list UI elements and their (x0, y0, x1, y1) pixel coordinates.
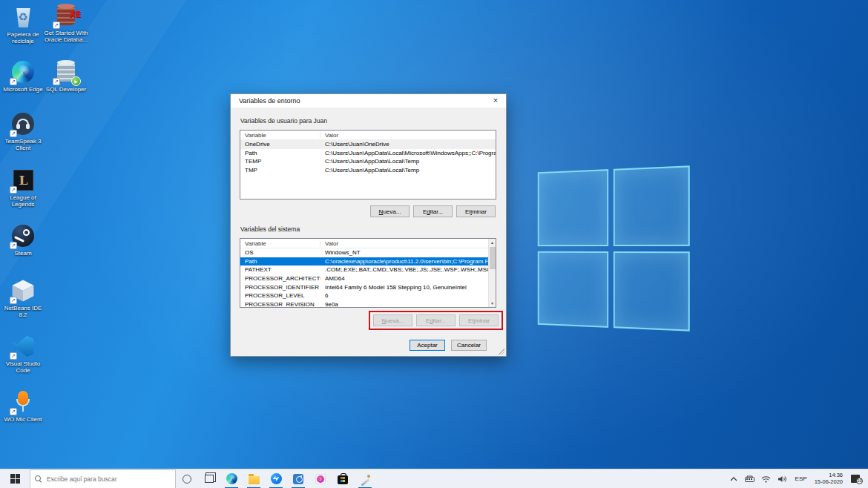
desktop-icon-steam[interactable]: ↗ Steam (0, 223, 46, 257)
shortcut-arrow-icon: ↗ (10, 242, 17, 249)
table-row[interactable]: OS Windows_NT (240, 248, 496, 257)
windows-logo-wallpaper (538, 165, 690, 331)
task-view-button[interactable] (198, 469, 220, 488)
resize-grip[interactable] (499, 349, 504, 355)
desktop-icon-label: WO Mic Client (0, 416, 46, 423)
desktop-icon-label: Microsoft Edge (0, 86, 46, 93)
language-indicator[interactable]: ESP (794, 475, 809, 482)
shortcut-arrow-icon: ↗ (10, 78, 17, 85)
scroll-up-icon[interactable]: ▲ (489, 239, 496, 246)
music-note-icon: ♪ (317, 475, 324, 483)
user-new-button[interactable]: Nueva... (370, 205, 410, 217)
desktop-icon-league-of-legends[interactable]: L ↗ League of Legends (0, 168, 46, 208)
start-button[interactable] (0, 469, 30, 488)
column-header-valor[interactable]: Valor (320, 132, 496, 139)
desktop-icon-label: SQL Developer (43, 86, 89, 93)
windows-logo-pane (538, 169, 608, 245)
recycle-symbol-icon: ♻ (10, 10, 36, 24)
cortana-button[interactable] (176, 469, 198, 488)
action-center-button[interactable]: 10 (849, 469, 862, 488)
system-variables-list[interactable]: Variable Valor OS Windows_NT Path C:\ora… (240, 238, 496, 308)
user-delete-button[interactable]: Eliminar (456, 205, 496, 217)
taskbar-app-store[interactable] (332, 469, 354, 488)
desktop-icon-netbeans[interactable]: ↗ NetBeans IDE 8.2 (0, 278, 46, 318)
search-input[interactable] (47, 475, 171, 483)
system-new-button[interactable]: Nueva... (373, 314, 412, 326)
taskbar-app-brush[interactable] (354, 469, 376, 488)
ok-button[interactable]: Aceptar (410, 340, 445, 351)
play-icon: ▶ (71, 76, 81, 86)
taskbar-app-edge[interactable] (220, 469, 243, 488)
scrollbar[interactable]: ▲ ▼ (488, 239, 496, 307)
list-header[interactable]: Variable Valor (240, 239, 496, 248)
table-row[interactable]: TEMP C:\Users\Juan\AppData\Local\Temp (240, 157, 496, 166)
taskbar: ♪ ESP 14:36 15-06-2020 10 (0, 469, 868, 488)
edge-icon (226, 473, 237, 484)
search-icon (35, 475, 42, 483)
desktop-icon-label: NetBeans IDE 8.2 (0, 305, 46, 318)
windows-logo-pane (613, 165, 689, 245)
table-row[interactable]: PROCESSOR_IDENTIFIER Intel64 Family 6 Mo… (240, 283, 496, 291)
clock-date: 15-06-2020 (815, 479, 843, 486)
volume-icon[interactable] (777, 469, 788, 488)
dialog-titlebar[interactable]: Variables de entorno × (231, 94, 506, 108)
taskbar-app-file-explorer[interactable] (243, 469, 265, 488)
table-row[interactable]: Path C:\Users\Juan\AppData\Local\Microso… (240, 149, 496, 158)
shortcut-arrow-icon: ↗ (10, 186, 17, 194)
messenger-icon (271, 473, 282, 484)
tray-chevron-up-icon[interactable] (729, 469, 739, 488)
notification-badge: 10 (856, 478, 863, 484)
column-header-variable[interactable]: Variable (240, 132, 320, 139)
desktop-icon-recycle-bin[interactable]: ♻ Papelera de reciclaje (0, 4, 46, 44)
scroll-down-icon[interactable]: ▼ (489, 300, 496, 307)
desktop-icon-label: Get Started With Oracle Databa... (43, 30, 89, 43)
microsoft-store-icon (338, 475, 348, 484)
system-delete-button[interactable]: Eliminar (459, 314, 499, 326)
shortcut-arrow-icon: ↗ (10, 352, 17, 360)
taskbar-app-messenger[interactable] (265, 469, 287, 488)
table-row-selected[interactable]: Path C:\oraclexe\app\oracle\product\11.2… (240, 257, 496, 266)
windows-logo-pane (613, 251, 689, 332)
user-variables-list[interactable]: Variable Valor OneDrive C:\Users\Juan\On… (240, 130, 496, 200)
desktop-icon-wo-mic[interactable]: ↗ WO Mic Client (0, 389, 46, 423)
system-variables-label: Variables del sistema (240, 225, 300, 233)
shortcut-arrow-icon: ↗ (10, 408, 17, 415)
table-row[interactable]: TMP C:\Users\Juan\AppData\Local\Temp (240, 166, 496, 175)
desktop-icon-label: League of Legends (0, 194, 46, 208)
desktop-icon-label: Steam (0, 250, 46, 257)
windows-logo-pane (538, 251, 608, 327)
taskbar-app-instagram[interactable] (287, 469, 309, 488)
tray-device-icon[interactable] (745, 469, 755, 488)
oracle-xe-badge: XE (69, 10, 81, 19)
task-view-icon (205, 475, 214, 483)
table-row[interactable]: PROCESSOR_ARCHITECTURE AMD64 (240, 274, 496, 283)
table-row[interactable]: PROCESSOR_LEVEL 6 (240, 291, 496, 300)
wifi-icon[interactable] (761, 469, 772, 488)
system-edit-button[interactable]: Editar... (416, 314, 456, 326)
column-header-variable[interactable]: Variable (240, 240, 320, 247)
table-row[interactable]: OneDrive C:\Users\Juan\OneDrive (240, 140, 496, 149)
shortcut-arrow-icon: ↗ (53, 78, 60, 85)
desktop-icon-teamspeak[interactable]: ↗ TeamSpeak 3 Client (0, 111, 46, 151)
desktop-icon-sql-developer[interactable]: ▶ ↗ SQL Developer (43, 59, 89, 93)
column-header-valor[interactable]: Valor (320, 240, 488, 247)
user-variables-label: Variables de usuario para Juan (240, 117, 327, 125)
itunes-icon: ♪ (315, 474, 326, 484)
taskbar-search[interactable] (30, 469, 176, 488)
shortcut-arrow-icon: ↗ (10, 130, 17, 137)
table-row[interactable]: PROCESSOR_REVISION 9e0a (240, 300, 496, 308)
close-icon[interactable]: × (485, 94, 506, 108)
list-header[interactable]: Variable Valor (240, 131, 496, 140)
user-edit-button[interactable]: Editar... (413, 205, 453, 217)
brush-icon (359, 473, 371, 485)
cancel-button[interactable]: Cancelar (451, 340, 487, 351)
scrollbar-thumb[interactable] (490, 247, 496, 269)
clock[interactable]: 14:36 15-06-2020 (815, 472, 843, 485)
taskbar-app-itunes[interactable]: ♪ (309, 469, 332, 488)
desktop-icon-vscode[interactable]: ↗ Visual Studio Code (0, 334, 46, 374)
shortcut-arrow-icon: ↗ (53, 22, 60, 29)
desktop-icon-microsoft-edge[interactable]: ↗ Microsoft Edge (0, 59, 46, 93)
annotation-red-box: Nueva... Editar... Eliminar (369, 311, 503, 330)
table-row[interactable]: PATHEXT .COM;.EXE;.BAT;.CMD;.VBS;.VBE;.J… (240, 266, 496, 274)
desktop-icon-oracle-get-started[interactable]: XE ↗ Get Started With Oracle Databa... (43, 3, 89, 43)
